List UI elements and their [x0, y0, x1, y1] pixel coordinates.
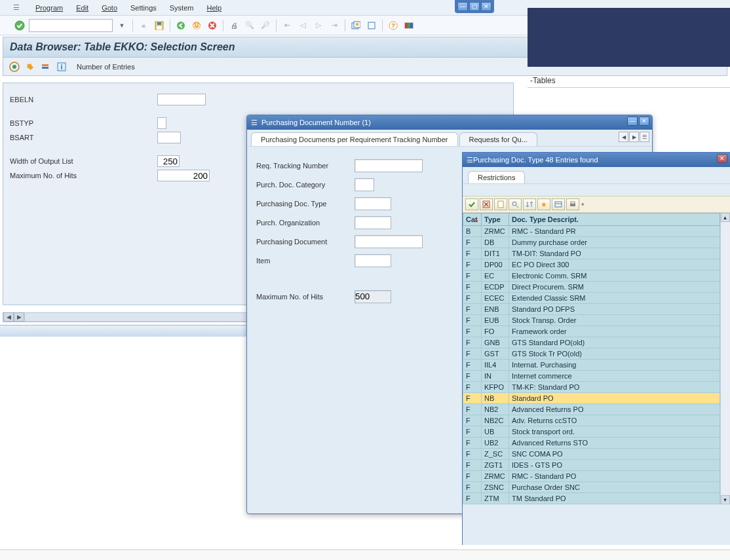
tab-tracking-number[interactable]: Purchasing Documents per Requirement Tra…: [251, 132, 458, 146]
shortcut-icon[interactable]: [365, 19, 378, 32]
copy-icon[interactable]: [465, 198, 478, 210]
popup1-close[interactable]: ✕: [639, 117, 649, 126]
scroll-left-icon[interactable]: ◀: [3, 312, 14, 322]
item-input[interactable]: [355, 254, 391, 267]
table-row[interactable]: FNB2Advanced Returns PO: [463, 404, 720, 415]
table-row[interactable]: FEUBStock Transp. Order: [463, 315, 720, 326]
tab-next-icon[interactable]: ▶: [629, 132, 639, 142]
back-icon[interactable]: [174, 19, 187, 32]
layout-icon[interactable]: [402, 19, 415, 32]
personal-list-icon[interactable]: [552, 198, 565, 210]
doc-category-input[interactable]: [355, 178, 374, 191]
table-row[interactable]: FZGT1IDES - GTS PO: [463, 460, 720, 471]
dropdown-icon[interactable]: ▼: [115, 19, 128, 32]
svg-rect-28: [555, 202, 562, 207]
menu-goto[interactable]: Goto: [102, 4, 117, 12]
width-input[interactable]: [157, 155, 180, 167]
table-row[interactable]: FGSTGTS Stock Tr PO(old): [463, 348, 720, 360]
popup2-close[interactable]: ✕: [717, 154, 727, 163]
table-row[interactable]: FDBDummy purchase order: [463, 237, 720, 248]
table-row[interactable]: FZ_SCSNC COMA PO: [463, 449, 720, 460]
max-hits-input[interactable]: [157, 170, 210, 181]
table-row[interactable]: FGNBGTS Standard PO(old): [463, 337, 720, 348]
table-row[interactable]: BZRMCRMC - Standard PR: [463, 226, 720, 237]
table-row[interactable]: FNBStandard PO: [463, 393, 720, 404]
table-row[interactable]: FZSNCPurchase Order SNC: [463, 482, 720, 493]
scroll-up-icon[interactable]: ▲: [721, 213, 730, 222]
popup1-max-hits-input[interactable]: [355, 290, 391, 303]
table-row[interactable]: FZTMTM Standard PO: [463, 493, 720, 504]
bstyp-input[interactable]: [157, 117, 166, 129]
info-icon[interactable]: i: [56, 61, 67, 73]
popup2-list-icon: ☰: [467, 156, 473, 164]
req-tracking-input[interactable]: [355, 159, 423, 172]
table-row[interactable]: FFOFramework order: [463, 326, 720, 337]
print-icon[interactable]: 🖨: [227, 19, 240, 32]
doc-type-input[interactable]: [355, 197, 391, 210]
accept-icon[interactable]: [13, 19, 26, 32]
table-row[interactable]: FECDPDirect Procurem. SRM: [463, 282, 720, 293]
tab-requests-quotation[interactable]: Requests for Qu...: [459, 132, 537, 146]
scroll-down-icon[interactable]: ▼: [721, 495, 730, 504]
popup1-tabstrip: Purchasing Documents per Requirement Tra…: [247, 130, 652, 147]
table-row[interactable]: FDIT1TM-DIT: Standard PO: [463, 248, 720, 259]
svg-rect-14: [405, 23, 408, 28]
new-session-icon[interactable]: ★: [349, 19, 362, 32]
right-tab-label: -Tables: [528, 76, 730, 88]
help-icon[interactable]: ?: [387, 19, 400, 32]
favorite-icon[interactable]: ★: [537, 198, 550, 210]
scroll-right-icon[interactable]: ▶: [14, 312, 24, 322]
table-row[interactable]: FUB2Advanced Returns STO: [463, 438, 720, 449]
table-row[interactable]: FNB2CAdv. Returns ccSTO: [463, 415, 720, 426]
exit-icon[interactable]: [190, 19, 203, 32]
svg-rect-3: [157, 22, 161, 25]
get-variant-icon[interactable]: [40, 61, 52, 73]
execute-icon[interactable]: [9, 61, 20, 73]
menu-program[interactable]: Program: [35, 4, 63, 12]
table-row[interactable]: FECElectronic Comm. SRM: [463, 271, 720, 282]
col-desc[interactable]: Doc. Type Descript.: [509, 214, 720, 226]
bsart-label: BSART: [10, 134, 157, 141]
menu-help[interactable]: Help: [206, 4, 221, 12]
ebeln-input[interactable]: [157, 94, 206, 105]
menu-edit[interactable]: Edit: [76, 4, 88, 12]
table-row[interactable]: FIIL4Internat. Purchasing: [463, 360, 720, 371]
col-cat[interactable]: Cat: [463, 214, 482, 226]
sort-icon[interactable]: [523, 198, 536, 210]
menu-settings[interactable]: Settings: [130, 4, 157, 12]
menu-system[interactable]: System: [170, 4, 194, 12]
page-footer: [0, 550, 730, 560]
svg-rect-24: [498, 201, 503, 208]
print-list-icon[interactable]: [566, 198, 579, 210]
table-row[interactable]: FENBStandard PO DFPS: [463, 304, 720, 315]
purchasing-doc-input[interactable]: [355, 235, 423, 248]
table-row[interactable]: FDP00EC PO Direct 300: [463, 259, 720, 271]
restrictions-tab[interactable]: Restrictions: [468, 171, 525, 183]
number-of-entries-link[interactable]: Number of Entries: [77, 63, 135, 71]
table-row[interactable]: FECECExtended Classic SRM: [463, 293, 720, 304]
cancel-icon[interactable]: [206, 19, 219, 32]
table-row[interactable]: FKFPOTM-KF: Standard PO: [463, 382, 720, 393]
find-list-icon[interactable]: [509, 198, 522, 210]
svg-rect-19: [42, 64, 48, 66]
execute-variant-icon[interactable]: [24, 61, 36, 73]
minimize-button[interactable]: —: [457, 2, 468, 11]
table-row[interactable]: FINInternet commerce: [463, 371, 720, 382]
bsart-input[interactable]: [157, 132, 181, 143]
chevron-left-icon[interactable]: «: [137, 19, 150, 32]
tab-prev-icon[interactable]: ◀: [619, 132, 628, 142]
close-button[interactable]: ✕: [481, 2, 491, 11]
purch-org-input[interactable]: [355, 216, 391, 229]
table-row[interactable]: FUBStock transport ord.: [463, 426, 720, 438]
table-row[interactable]: FZRMCRMC - Standard PO: [463, 471, 720, 482]
save-icon[interactable]: [153, 19, 166, 32]
col-type[interactable]: Type: [482, 214, 509, 226]
tab-list-icon[interactable]: ☰: [640, 132, 649, 142]
new-search-icon[interactable]: [494, 198, 507, 210]
command-field[interactable]: [29, 19, 113, 32]
close-list-icon[interactable]: [480, 198, 493, 210]
popup1-minimize[interactable]: —: [627, 117, 638, 126]
maximize-button[interactable]: ▢: [469, 2, 480, 11]
grid-vertical-scrollbar[interactable]: ▲ ▼: [720, 213, 730, 504]
ebeln-label: EBELN: [10, 96, 157, 103]
